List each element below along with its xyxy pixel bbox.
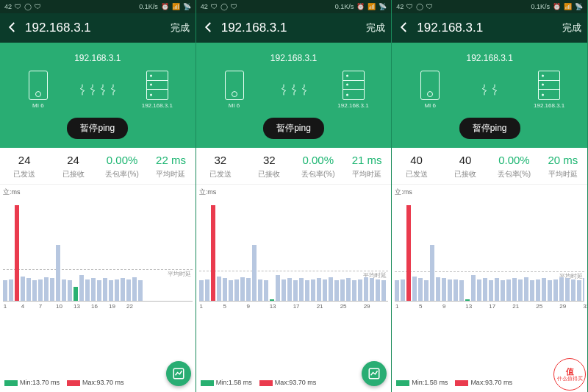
target-ip: 192.168.3.1 [270, 53, 317, 63]
pause-ping-button[interactable]: 暂停ping [67, 118, 128, 139]
pause-ping-button[interactable]: 暂停ping [459, 118, 520, 139]
xaxis-tick [217, 303, 221, 310]
status-bar: 42 🛡 ◯ 🛡 0.1K/s ⏰ 📶 📡 [0, 0, 196, 13]
chart-bar [9, 279, 13, 301]
chart-bar [299, 278, 304, 301]
chart-bar [483, 278, 487, 301]
chart-bar [381, 280, 386, 301]
chart-unit-label: 立:ms [3, 188, 193, 197]
stat-avg-value: 21 ms [343, 154, 391, 166]
server-label: 192.168.3.1 [142, 102, 173, 109]
xaxis-tick [553, 303, 558, 310]
stat-sent-value: 24 [0, 154, 49, 166]
chart-bar [530, 280, 534, 301]
back-icon[interactable] [6, 21, 19, 36]
xaxis-tick [234, 303, 239, 310]
chart-bar [465, 299, 470, 301]
chart-bar [565, 278, 570, 301]
chart-bar [329, 277, 333, 301]
xaxis-tick [577, 303, 581, 310]
chart-bar [68, 280, 72, 301]
xaxis-tick [299, 303, 304, 310]
chart-bar [453, 279, 458, 301]
xaxis-tick: 5 [223, 303, 227, 310]
xaxis-tick [436, 303, 440, 310]
net-speed: 0.1K/s [139, 3, 158, 10]
chart-bar [559, 277, 564, 301]
shield2-icon: 🛡 [426, 3, 433, 10]
pulse-icon [100, 82, 106, 98]
wifi-icon: 📡 [183, 3, 191, 10]
chart-bar [276, 275, 280, 301]
chart-bar [370, 278, 374, 301]
xaxis-tick [352, 303, 356, 310]
chart-bar [26, 278, 31, 301]
xaxis-tick [471, 303, 476, 310]
done-button[interactable]: 完成 [171, 21, 190, 35]
xaxis-tick: 9 [246, 303, 251, 310]
title-bar: 192.168.3.1 完成 [196, 13, 392, 43]
chart-bar [524, 277, 528, 301]
xaxis-tick [15, 303, 19, 310]
chart-bar [103, 278, 107, 301]
chart-area: 立:ms 平均时延 1591317212529 [196, 185, 392, 373]
done-button[interactable]: 完成 [366, 21, 385, 35]
chart-fab-button[interactable] [166, 361, 191, 386]
chart-bar [252, 245, 257, 301]
chart-bar [217, 277, 221, 301]
xaxis-tick [542, 303, 546, 310]
back-icon[interactable] [398, 21, 411, 36]
done-button[interactable]: 完成 [562, 21, 581, 35]
xaxis-tick [370, 303, 374, 310]
circle-icon: ◯ [416, 3, 423, 10]
alarm-icon: ⏰ [553, 3, 561, 10]
pulse-icon [481, 82, 487, 98]
xaxis-tick [258, 303, 262, 310]
ping-panel-0: 42 🛡 ◯ 🛡 0.1K/s ⏰ 📶 📡 192.168.3.1 完成 192… [0, 0, 196, 392]
xaxis-tick [276, 303, 280, 310]
xaxis-tick [305, 303, 309, 310]
xaxis-tick [346, 303, 351, 310]
chart-bar [512, 278, 517, 301]
chart-bar [577, 280, 581, 301]
back-icon[interactable] [202, 21, 215, 36]
chart-bar [79, 275, 84, 301]
chart-bar [311, 279, 315, 301]
shield-icon: 🛡 [406, 3, 413, 10]
legend-max-swatch [259, 380, 273, 386]
stat-sent-value: 32 [196, 154, 245, 166]
chart-bar [229, 280, 233, 301]
wifi-icon: 📡 [379, 3, 387, 10]
latency-chart: 平均时延 [3, 199, 193, 302]
pause-ping-button[interactable]: 暂停ping [263, 118, 324, 139]
xaxis-tick [229, 303, 233, 310]
xaxis-tick [85, 303, 90, 310]
legend-min-value: 13.70 ms [32, 379, 60, 386]
wifi-icon: 📡 [575, 3, 583, 10]
chart-bar [459, 280, 464, 301]
chart-bar [406, 205, 411, 301]
xaxis-tick: 17 [293, 303, 298, 310]
shield2-icon: 🛡 [231, 3, 237, 10]
xaxis-tick [412, 303, 417, 310]
signal-icon: 📶 [368, 3, 376, 10]
xaxis-tick: 17 [489, 303, 493, 310]
chart-bar [109, 280, 113, 301]
xaxis-tick: 22 [126, 303, 131, 310]
shield2-icon: 🛡 [35, 3, 41, 10]
chart-bar [21, 277, 25, 301]
xaxis-tick [406, 303, 411, 310]
xaxis-tick [138, 303, 143, 310]
chart-bar [115, 279, 119, 301]
xaxis-tick [9, 303, 13, 310]
chart-bar [376, 279, 380, 301]
net-speed: 0.1K/s [531, 3, 551, 10]
chart-bar [211, 205, 215, 301]
xaxis-tick [571, 303, 576, 310]
pulse-icon [492, 82, 498, 98]
chart-bar [542, 278, 546, 301]
phone-icon [29, 71, 48, 100]
chart-bar [323, 279, 327, 301]
phone-label: MI 6 [229, 102, 240, 109]
chart-bar [91, 278, 96, 301]
